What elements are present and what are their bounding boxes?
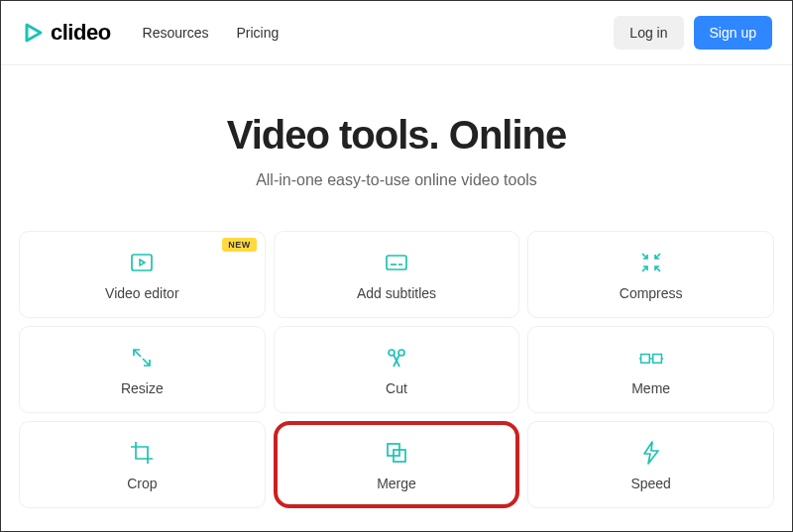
- crop-icon: [129, 440, 155, 466]
- merge-icon: [384, 440, 409, 466]
- tool-label: Cut: [386, 380, 407, 396]
- new-badge: NEW: [222, 238, 257, 252]
- tool-merge[interactable]: Merge: [274, 421, 520, 508]
- svg-rect-6: [640, 355, 649, 364]
- tool-label: Meme: [631, 380, 670, 396]
- tool-resize[interactable]: Resize: [19, 326, 266, 413]
- login-button[interactable]: Log in: [614, 16, 683, 50]
- tools-grid: NEW Video editor Add subtitles: [1, 219, 792, 520]
- tool-label: Add subtitles: [357, 285, 436, 301]
- tool-label: Crop: [127, 476, 157, 491]
- resize-icon: [129, 345, 155, 371]
- svg-rect-1: [387, 256, 406, 269]
- tool-cut[interactable]: Cut: [274, 326, 520, 413]
- svg-rect-0: [132, 255, 152, 270]
- brand-logo[interactable]: clideo: [21, 20, 111, 46]
- nav-resources[interactable]: Resources: [143, 25, 209, 41]
- page-subtitle: All-in-one easy-to-use online video tool…: [21, 171, 772, 189]
- header: clideo Resources Pricing Log in Sign up: [1, 1, 792, 65]
- tool-label: Speed: [630, 476, 670, 491]
- tool-meme[interactable]: Meme: [527, 326, 774, 413]
- tool-label: Merge: [377, 476, 416, 491]
- svg-rect-7: [652, 355, 661, 364]
- subtitles-icon: [384, 250, 409, 275]
- header-actions: Log in Sign up: [614, 16, 772, 50]
- brand-play-icon: [21, 21, 45, 45]
- tool-video-editor[interactable]: NEW Video editor: [19, 231, 266, 318]
- page-title: Video tools. Online: [21, 113, 772, 158]
- nav-pricing[interactable]: Pricing: [237, 25, 280, 41]
- hero: Video tools. Online All-in-one easy-to-u…: [1, 65, 792, 219]
- tool-speed[interactable]: Speed: [527, 421, 774, 508]
- meme-icon: [638, 345, 664, 371]
- tool-crop[interactable]: Crop: [19, 421, 266, 508]
- tool-label: Video editor: [105, 285, 178, 301]
- lightning-icon: [638, 440, 664, 466]
- scissors-icon: [384, 345, 409, 371]
- brand-name: clideo: [51, 20, 111, 46]
- tool-label: Resize: [121, 380, 164, 396]
- tool-compress[interactable]: Compress: [527, 231, 774, 318]
- tool-add-subtitles[interactable]: Add subtitles: [274, 231, 520, 318]
- nav-links: Resources Pricing: [143, 25, 280, 41]
- compress-icon: [638, 250, 664, 275]
- play-frame-icon: [129, 250, 155, 275]
- tool-label: Compress: [620, 285, 683, 301]
- signup-button[interactable]: Sign up: [694, 16, 772, 50]
